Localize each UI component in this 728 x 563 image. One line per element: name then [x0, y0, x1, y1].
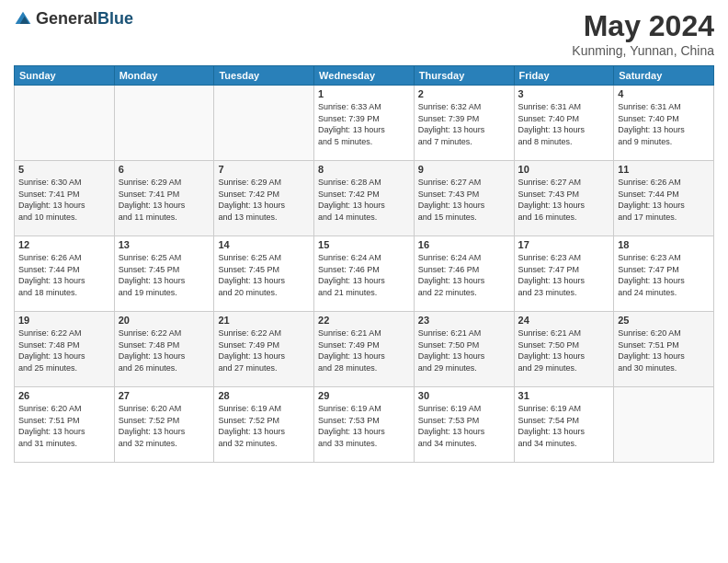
calendar-cell: 31Sunrise: 6:19 AMSunset: 7:54 PMDayligh…: [514, 387, 614, 463]
day-number: 15: [318, 239, 410, 250]
calendar-week-5: 26Sunrise: 6:20 AMSunset: 7:51 PMDayligh…: [15, 387, 714, 463]
calendar-cell: 12Sunrise: 6:26 AMSunset: 7:44 PMDayligh…: [15, 236, 115, 312]
day-info: Sunrise: 6:31 AMSunset: 7:40 PMDaylight:…: [618, 101, 710, 147]
calendar-cell: 4Sunrise: 6:31 AMSunset: 7:40 PMDaylight…: [614, 86, 714, 161]
day-number: 8: [318, 164, 410, 175]
calendar-cell: 29Sunrise: 6:19 AMSunset: 7:53 PMDayligh…: [314, 387, 415, 463]
day-info: Sunrise: 6:24 AMSunset: 7:46 PMDaylight:…: [318, 252, 410, 298]
day-info: Sunrise: 6:19 AMSunset: 7:53 PMDaylight:…: [318, 403, 410, 449]
day-info: Sunrise: 6:26 AMSunset: 7:44 PMDaylight:…: [18, 252, 110, 298]
day-number: 1: [318, 88, 410, 99]
header-row: Sunday Monday Tuesday Wednesday Thursday…: [15, 66, 714, 86]
day-number: 28: [218, 390, 310, 401]
calendar-week-2: 5Sunrise: 6:30 AMSunset: 7:41 PMDaylight…: [15, 161, 714, 236]
calendar-cell: 19Sunrise: 6:22 AMSunset: 7:48 PMDayligh…: [15, 312, 115, 387]
calendar-cell: [614, 387, 714, 463]
day-info: Sunrise: 6:21 AMSunset: 7:49 PMDaylight:…: [318, 327, 410, 373]
calendar-cell: 21Sunrise: 6:22 AMSunset: 7:49 PMDayligh…: [214, 312, 314, 387]
calendar-cell: 22Sunrise: 6:21 AMSunset: 7:49 PMDayligh…: [314, 312, 415, 387]
day-info: Sunrise: 6:20 AMSunset: 7:51 PMDaylight:…: [18, 403, 110, 449]
col-monday: Monday: [114, 66, 214, 86]
day-info: Sunrise: 6:27 AMSunset: 7:43 PMDaylight:…: [418, 177, 510, 223]
day-number: 29: [318, 390, 410, 401]
day-info: Sunrise: 6:20 AMSunset: 7:52 PMDaylight:…: [119, 403, 210, 449]
day-info: Sunrise: 6:24 AMSunset: 7:46 PMDaylight:…: [418, 252, 510, 298]
day-number: 14: [218, 239, 310, 250]
calendar-page: GeneralBlue May 2024 Kunming, Yunnan, Ch…: [0, 0, 728, 563]
day-info: Sunrise: 6:31 AMSunset: 7:40 PMDaylight:…: [518, 101, 610, 147]
day-number: 3: [518, 88, 610, 99]
col-thursday: Thursday: [414, 66, 514, 86]
day-number: 25: [618, 315, 710, 326]
day-number: 22: [318, 315, 410, 326]
day-number: 16: [418, 239, 510, 250]
day-info: Sunrise: 6:30 AMSunset: 7:41 PMDaylight:…: [18, 177, 110, 223]
calendar-cell: 26Sunrise: 6:20 AMSunset: 7:51 PMDayligh…: [15, 387, 115, 463]
calendar-cell: 3Sunrise: 6:31 AMSunset: 7:40 PMDaylight…: [514, 86, 614, 161]
header: GeneralBlue May 2024 Kunming, Yunnan, Ch…: [14, 9, 714, 58]
day-info: Sunrise: 6:23 AMSunset: 7:47 PMDaylight:…: [518, 252, 610, 298]
day-number: 31: [518, 390, 610, 401]
day-info: Sunrise: 6:33 AMSunset: 7:39 PMDaylight:…: [318, 101, 410, 147]
calendar-cell: 23Sunrise: 6:21 AMSunset: 7:50 PMDayligh…: [414, 312, 514, 387]
day-number: 2: [418, 88, 510, 99]
logo-blue: Blue: [97, 9, 133, 28]
day-number: 23: [418, 315, 510, 326]
day-number: 11: [618, 164, 710, 175]
col-tuesday: Tuesday: [214, 66, 314, 86]
day-info: Sunrise: 6:23 AMSunset: 7:47 PMDaylight:…: [618, 252, 710, 298]
calendar-cell: 18Sunrise: 6:23 AMSunset: 7:47 PMDayligh…: [614, 236, 714, 312]
calendar-cell: 1Sunrise: 6:33 AMSunset: 7:39 PMDaylight…: [314, 86, 415, 161]
day-info: Sunrise: 6:19 AMSunset: 7:52 PMDaylight:…: [218, 403, 310, 449]
calendar-cell: 25Sunrise: 6:20 AMSunset: 7:51 PMDayligh…: [614, 312, 714, 387]
calendar-cell: 2Sunrise: 6:32 AMSunset: 7:39 PMDaylight…: [414, 86, 514, 161]
day-info: Sunrise: 6:25 AMSunset: 7:45 PMDaylight:…: [119, 252, 210, 298]
calendar-cell: 27Sunrise: 6:20 AMSunset: 7:52 PMDayligh…: [114, 387, 214, 463]
calendar-cell: 30Sunrise: 6:19 AMSunset: 7:53 PMDayligh…: [414, 387, 514, 463]
day-info: Sunrise: 6:19 AMSunset: 7:53 PMDaylight:…: [418, 403, 510, 449]
day-info: Sunrise: 6:25 AMSunset: 7:45 PMDaylight:…: [218, 252, 310, 298]
logo-text: GeneralBlue: [36, 9, 133, 29]
calendar-table: Sunday Monday Tuesday Wednesday Thursday…: [14, 65, 714, 463]
calendar-cell: [214, 86, 314, 161]
day-info: Sunrise: 6:19 AMSunset: 7:54 PMDaylight:…: [518, 403, 610, 449]
calendar-cell: 14Sunrise: 6:25 AMSunset: 7:45 PMDayligh…: [214, 236, 314, 312]
day-info: Sunrise: 6:26 AMSunset: 7:44 PMDaylight:…: [618, 177, 710, 223]
day-info: Sunrise: 6:22 AMSunset: 7:48 PMDaylight:…: [119, 327, 210, 373]
day-number: 13: [119, 239, 210, 250]
calendar-cell: [15, 86, 115, 161]
calendar-cell: 16Sunrise: 6:24 AMSunset: 7:46 PMDayligh…: [414, 236, 514, 312]
calendar-body: 1Sunrise: 6:33 AMSunset: 7:39 PMDaylight…: [15, 86, 714, 463]
day-info: Sunrise: 6:32 AMSunset: 7:39 PMDaylight:…: [418, 101, 510, 147]
day-number: 30: [418, 390, 510, 401]
day-number: 5: [18, 164, 110, 175]
calendar-cell: [114, 86, 214, 161]
day-number: 20: [119, 315, 210, 326]
calendar-cell: 11Sunrise: 6:26 AMSunset: 7:44 PMDayligh…: [614, 161, 714, 236]
day-number: 18: [618, 239, 710, 250]
logo-icon: [14, 10, 32, 29]
col-saturday: Saturday: [614, 66, 714, 86]
day-number: 19: [18, 315, 110, 326]
calendar-cell: 6Sunrise: 6:29 AMSunset: 7:41 PMDaylight…: [114, 161, 214, 236]
day-number: 24: [518, 315, 610, 326]
calendar-cell: 9Sunrise: 6:27 AMSunset: 7:43 PMDaylight…: [414, 161, 514, 236]
day-info: Sunrise: 6:29 AMSunset: 7:42 PMDaylight:…: [218, 177, 310, 223]
day-number: 12: [18, 239, 110, 250]
logo-general: General: [36, 9, 97, 28]
day-number: 26: [18, 390, 110, 401]
day-info: Sunrise: 6:21 AMSunset: 7:50 PMDaylight:…: [518, 327, 610, 373]
day-number: 9: [418, 164, 510, 175]
logo: GeneralBlue: [14, 9, 133, 29]
day-info: Sunrise: 6:22 AMSunset: 7:48 PMDaylight:…: [18, 327, 110, 373]
calendar-week-1: 1Sunrise: 6:33 AMSunset: 7:39 PMDaylight…: [15, 86, 714, 161]
day-info: Sunrise: 6:20 AMSunset: 7:51 PMDaylight:…: [618, 327, 710, 373]
day-info: Sunrise: 6:22 AMSunset: 7:49 PMDaylight:…: [218, 327, 310, 373]
col-sunday: Sunday: [15, 66, 115, 86]
calendar-cell: 28Sunrise: 6:19 AMSunset: 7:52 PMDayligh…: [214, 387, 314, 463]
day-number: 4: [618, 88, 710, 99]
calendar-cell: 10Sunrise: 6:27 AMSunset: 7:43 PMDayligh…: [514, 161, 614, 236]
calendar-cell: 24Sunrise: 6:21 AMSunset: 7:50 PMDayligh…: [514, 312, 614, 387]
day-info: Sunrise: 6:27 AMSunset: 7:43 PMDaylight:…: [518, 177, 610, 223]
col-wednesday: Wednesday: [314, 66, 415, 86]
